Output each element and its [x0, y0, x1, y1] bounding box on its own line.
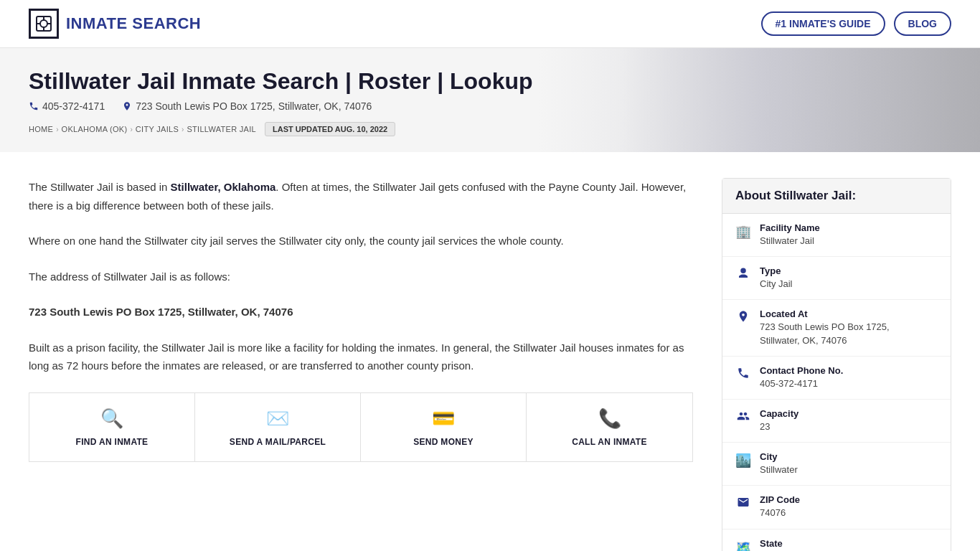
- call-inmate-action[interactable]: 📞 CALL AN INMATE: [527, 393, 692, 461]
- action-grid: 🔍 FIND AN INMATE ✉️ SEND A MAIL/PARCEL 💳…: [29, 392, 693, 462]
- hero-section: Stillwater Jail Inmate Search | Roster |…: [0, 48, 980, 152]
- phone-sidebar-icon: [735, 367, 751, 383]
- capacity-label: Capacity: [760, 408, 938, 419]
- call-inmate-label: CALL AN INMATE: [572, 437, 647, 447]
- para-3: The address of Stillwater Jail is as fol…: [29, 268, 693, 286]
- type-label: Type: [760, 265, 938, 276]
- send-money-action[interactable]: 💳 SEND MONEY: [361, 393, 527, 461]
- article: The Stillwater Jail is based in Stillwat…: [29, 178, 722, 551]
- sidebar-row-phone: Contact Phone No. 405-372-4171: [722, 357, 951, 400]
- para-1-intro: The Stillwater Jail is based in: [29, 181, 171, 193]
- facility-name-icon: 🏢: [735, 224, 751, 240]
- svg-point-1: [40, 20, 47, 27]
- sidebar-row-located-at: Located At 723 South Lewis PO Box 1725,S…: [722, 300, 951, 356]
- phone-content: Contact Phone No. 405-372-4171: [760, 365, 938, 390]
- sidebar-row-state: 🗺️ State Oklahoma (OK): [722, 529, 951, 552]
- logo-area: INMATE SEARCH: [29, 9, 201, 39]
- sidebar: About Stillwater Jail: 🏢 Facility Name S…: [722, 178, 951, 551]
- breadcrumb-sep-2: ›: [130, 126, 132, 133]
- para-1: The Stillwater Jail is based in Stillwat…: [29, 178, 693, 215]
- state-label: State: [760, 538, 938, 549]
- city-label: City: [760, 451, 938, 462]
- breadcrumb-city-jails[interactable]: CITY JAILS: [136, 125, 179, 133]
- city-value: Stillwater: [760, 463, 938, 476]
- site-header: INMATE SEARCH #1 INMATE'S GUIDE BLOG: [0, 0, 980, 48]
- main-content: The Stillwater Jail is based in Stillwat…: [0, 152, 980, 551]
- phone-icon: [29, 101, 39, 111]
- send-mail-icon: ✉️: [266, 408, 289, 430]
- last-updated-badge: LAST UPDATED AUG. 10, 2022: [265, 122, 395, 136]
- sidebar-row-capacity: Capacity 23: [722, 400, 951, 443]
- type-value: City Jail: [760, 278, 938, 291]
- zip-content: ZIP Code 74076: [760, 494, 938, 519]
- header-nav: #1 INMATE'S GUIDE BLOG: [761, 11, 951, 36]
- para-2: Where on one hand the Stillwater city ja…: [29, 232, 693, 250]
- sidebar-row-city: 🏙️ City Stillwater: [722, 443, 951, 486]
- para-4: Built as a prison facility, the Stillwat…: [29, 339, 693, 375]
- sidebar-row-type: Type City Jail: [722, 257, 951, 300]
- sidebar-row-facility-name: 🏢 Facility Name Stillwater Jail: [722, 214, 951, 257]
- bold-address: 723 South Lewis PO Box 1725, Stillwater,…: [29, 303, 693, 321]
- located-at-value: 723 South Lewis PO Box 1725,Stillwater, …: [760, 321, 938, 347]
- breadcrumb-stillwater-jail[interactable]: STILLWATER JAIL: [187, 125, 256, 133]
- sidebar-row-zip: ZIP Code 74076: [722, 486, 951, 529]
- capacity-value: 23: [760, 420, 938, 433]
- facility-name-value: Stillwater Jail: [760, 235, 938, 248]
- phone-label: Contact Phone No.: [760, 365, 938, 376]
- city-content: City Stillwater: [760, 451, 938, 476]
- type-content: Type City Jail: [760, 265, 938, 291]
- breadcrumb: HOME › OKLAHOMA (OK) › CITY JAILS › STIL…: [29, 122, 951, 136]
- facility-name-label: Facility Name: [760, 222, 938, 233]
- find-inmate-label: FIND AN INMATE: [76, 437, 149, 447]
- sidebar-title: About Stillwater Jail:: [722, 179, 951, 214]
- hero-address-text: 723 South Lewis PO Box 1725, Stillwater,…: [136, 100, 372, 112]
- para-1-bold: Stillwater, Oklahoma: [171, 181, 276, 193]
- capacity-content: Capacity 23: [760, 408, 938, 433]
- find-inmate-icon: 🔍: [100, 408, 123, 430]
- zip-value: 74076: [760, 507, 938, 519]
- send-mail-action[interactable]: ✉️ SEND A MAIL/PARCEL: [195, 393, 361, 461]
- page-title: Stillwater Jail Inmate Search | Roster |…: [29, 68, 951, 95]
- send-money-icon: 💳: [432, 408, 455, 430]
- site-title: INMATE SEARCH: [66, 14, 201, 33]
- inmates-guide-button[interactable]: #1 INMATE'S GUIDE: [761, 11, 885, 36]
- state-icon: 🗺️: [735, 540, 751, 552]
- zip-label: ZIP Code: [760, 494, 938, 505]
- logo-icon: [29, 9, 59, 39]
- hero-phone: 405-372-4171: [29, 100, 105, 112]
- city-icon: 🏙️: [735, 453, 751, 468]
- capacity-icon: [735, 410, 751, 426]
- location-icon: [122, 101, 132, 111]
- located-at-icon: [735, 310, 751, 326]
- send-money-label: SEND MONEY: [413, 437, 473, 447]
- send-mail-label: SEND A MAIL/PARCEL: [230, 437, 326, 447]
- located-at-label: Located At: [760, 309, 938, 319]
- phone-value: 405-372-4171: [760, 377, 938, 390]
- hero-content: Stillwater Jail Inmate Search | Roster |…: [29, 68, 951, 136]
- state-content: State Oklahoma (OK): [760, 538, 938, 552]
- hero-address: 723 South Lewis PO Box 1725, Stillwater,…: [122, 100, 372, 112]
- hero-meta: 405-372-4171 723 South Lewis PO Box 1725…: [29, 100, 951, 112]
- find-inmate-action[interactable]: 🔍 FIND AN INMATE: [29, 393, 195, 461]
- breadcrumb-sep-3: ›: [182, 126, 184, 133]
- breadcrumb-oklahoma[interactable]: OKLAHOMA (OK): [62, 125, 128, 133]
- zip-icon: [735, 496, 751, 512]
- sidebar-card: About Stillwater Jail: 🏢 Facility Name S…: [722, 178, 951, 551]
- call-inmate-icon: 📞: [598, 408, 621, 430]
- type-icon: [735, 267, 751, 283]
- facility-name-content: Facility Name Stillwater Jail: [760, 222, 938, 248]
- blog-button[interactable]: BLOG: [894, 11, 951, 36]
- breadcrumb-home[interactable]: HOME: [29, 125, 53, 133]
- located-at-content: Located At 723 South Lewis PO Box 1725,S…: [760, 309, 938, 347]
- breadcrumb-sep-1: ›: [56, 126, 58, 133]
- hero-phone-number: 405-372-4171: [42, 100, 105, 112]
